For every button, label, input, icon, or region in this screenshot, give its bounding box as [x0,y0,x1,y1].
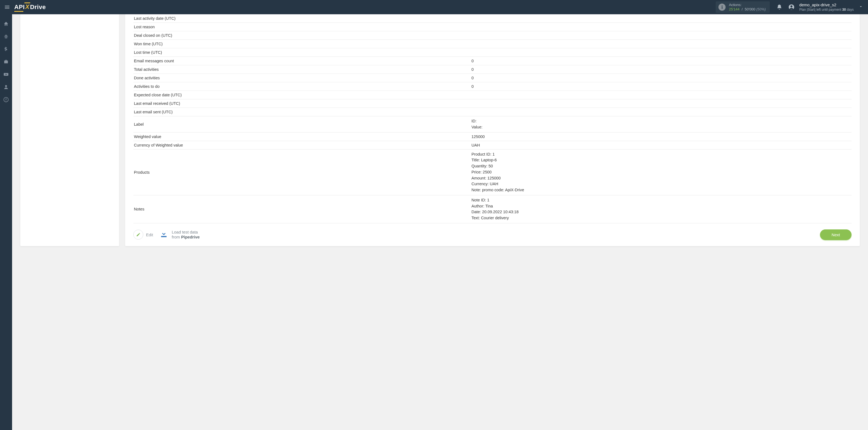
field-label: Lost time (UTC) [133,48,471,57]
row-weighted-value: Weighted value 125000 [133,132,851,141]
load-line2: from Pipedrive [172,235,200,240]
nav-account[interactable] [2,84,10,91]
plan-days: 30 [842,8,846,11]
product-line: Price: 2500 [471,169,851,175]
panel-footer: Edit Load test data from Pipedrive Next [133,223,851,240]
product-line: Quantity: 50 [471,163,851,169]
youtube-icon [3,72,9,77]
field-value [471,99,851,108]
product-line: Product ID: 1 [471,151,851,157]
edit-button[interactable]: Edit [133,230,153,240]
field-value [471,14,851,23]
field-label: Currency of Weighted value [133,141,471,149]
brand-part-api: API [14,4,25,11]
nav-help[interactable] [2,96,10,103]
row-notes: Notes Note ID: 1Author: TinaDate: 20.09.… [133,195,851,223]
table-row: Last email sent (UTC) [133,108,851,116]
actions-counter[interactable]: i Actions: 25'144 / 50'000 (50%) [716,1,770,13]
table-row: Last activity date (UTC) [133,14,851,23]
info-icon: i [718,4,725,11]
product-line: Note: promo code: ApiX-Drive [471,187,851,193]
dollar-icon [3,47,9,52]
avatar-icon [788,4,795,10]
brand-underline [14,11,23,12]
nav-billing[interactable] [2,45,10,53]
user-name: demo_apix-drive_s2 [799,2,854,8]
actions-label: Actions: [729,3,766,7]
table-row: Last email received (UTC) [133,99,851,108]
data-preview-panel: Last activity date (UTC)Lost reasonDeal … [125,14,860,246]
nav-briefcase[interactable] [2,58,10,65]
field-value: 0 [471,57,851,65]
user-plan: Plan |Start| left until payment 30 days [799,8,854,12]
page-scroll[interactable]: Last activity date (UTC)Lost reasonDeal … [12,14,868,430]
pencil-circle [133,230,143,240]
field-label: Last activity date (UTC) [133,14,471,23]
field-value: Product ID: 1Title: Laptop-6Quantity: 50… [471,149,851,195]
actions-max: 50'000 [745,7,755,11]
field-label: Lost reason [133,23,471,31]
field-label: Weighted value [133,132,471,141]
field-label: Notes [133,195,471,223]
download-icon [159,229,168,240]
edit-label: Edit [146,233,153,237]
field-value: 0 [471,74,851,82]
load-line1: Load test data [172,230,200,235]
field-label: Done activities [133,74,471,82]
field-label: Email messages count [133,57,471,65]
field-label: Last email received (UTC) [133,99,471,108]
sidebar-nav [0,14,12,430]
field-label: Total activities [133,65,471,74]
svg-point-1 [790,5,792,7]
nav-connections[interactable] [2,33,10,40]
note-line: Text: Courier delivery [471,215,851,221]
note-line: Note ID: 1 [471,197,851,203]
wizard-steps-panel [20,14,119,246]
note-line: Date: 20.09.2022 10:43:18 [471,209,851,215]
table-row: Lost reason [133,23,851,31]
field-value: 0 [471,82,851,91]
table-row: Deal closed on (UTC) [133,31,851,40]
brand-logo[interactable]: APIXDrive [14,4,46,11]
user-avatar[interactable] [787,3,796,11]
field-value: 125000 [471,132,851,141]
tree-icon [3,34,9,39]
label-value: Value: [471,124,851,130]
field-label: Last email sent (UTC) [133,108,471,116]
plan-prefix: Plan |Start| left until payment [799,8,842,11]
user-menu-caret[interactable] [859,4,863,10]
field-label: Label [133,116,471,132]
table-row: Lost time (UTC) [133,48,851,57]
help-icon [3,97,9,102]
load-test-data-button[interactable]: Load test data from Pipedrive [159,229,200,240]
field-label: Expected close date (UTC) [133,91,471,99]
field-value [471,23,851,31]
field-value: UAH [471,141,851,149]
field-value [471,31,851,40]
chevron-down-icon [859,4,863,9]
field-value: Note ID: 1Author: TinaDate: 20.09.2022 1… [471,195,851,223]
notifications-button[interactable] [775,3,783,11]
row-currency-weighted: Currency of Weighted value UAH [133,141,851,149]
actions-percent: (50%) [756,7,766,11]
menu-toggle-button[interactable] [3,3,11,11]
table-row: Done activities0 [133,74,851,82]
field-value [471,91,851,99]
table-row: Won time (UTC) [133,40,851,48]
product-line: Currency: UAH [471,181,851,187]
field-value [471,40,851,48]
svg-point-2 [5,85,7,87]
brand-part-x: X [25,3,29,10]
nav-youtube[interactable] [2,71,10,78]
user-menu[interactable]: demo_apix-drive_s2 Plan |Start| left unt… [799,2,854,12]
field-value [471,108,851,116]
next-button[interactable]: Next [820,229,851,240]
actions-sep: / [742,7,743,11]
nav-home[interactable] [2,20,10,27]
table-row: Activities to do0 [133,82,851,91]
field-value [471,48,851,57]
label-id: ID: [471,118,851,124]
field-value: ID: Value: [471,116,851,132]
briefcase-icon [3,59,9,64]
field-label: Deal closed on (UTC) [133,31,471,40]
